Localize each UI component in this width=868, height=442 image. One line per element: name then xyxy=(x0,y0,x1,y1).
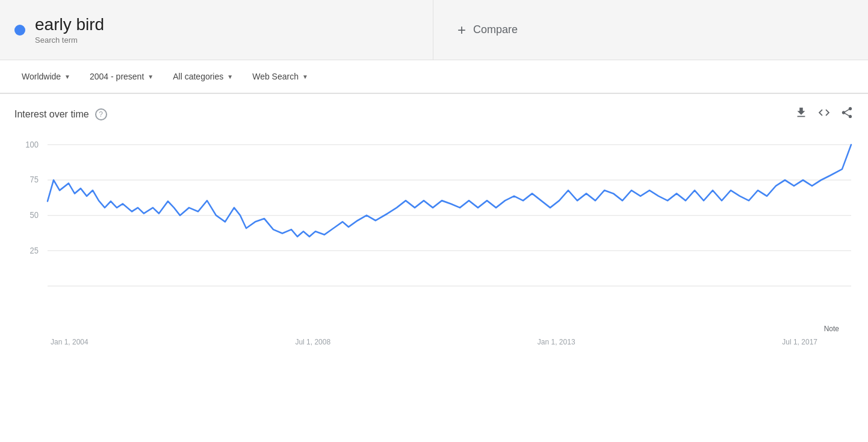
chart-container: 100 75 50 25 xyxy=(14,132,854,325)
header: early bird Search term + Compare xyxy=(0,0,868,60)
x-label-2: Jan 1, 2013 xyxy=(538,338,575,346)
chart-header: Interest over time ? xyxy=(14,106,854,122)
region-chevron-icon: ▼ xyxy=(64,73,70,80)
compare-area[interactable]: + Compare xyxy=(433,22,868,39)
svg-text:25: 25 xyxy=(30,246,39,255)
chart-title: Interest over time xyxy=(14,109,89,120)
trend-chart: 100 75 50 25 xyxy=(14,132,854,325)
help-question-mark: ? xyxy=(99,110,103,119)
x-label-1: Jul 1, 2008 xyxy=(295,338,330,346)
categories-label: All categories xyxy=(173,72,223,81)
search-type-chevron-icon: ▼ xyxy=(302,73,308,80)
chart-actions xyxy=(795,106,854,122)
term-text: early bird Search term xyxy=(35,15,104,45)
compare-label: Compare xyxy=(473,23,518,36)
note-label: Note xyxy=(14,325,854,333)
time-range-label: 2004 - present xyxy=(90,72,144,81)
term-type-label: Search term xyxy=(35,36,78,45)
share-icon[interactable] xyxy=(840,106,854,122)
search-term-title: early bird xyxy=(35,15,104,34)
chart-section: Interest over time ? 10 xyxy=(0,94,868,358)
embed-icon[interactable] xyxy=(817,106,831,122)
x-axis-labels: Jan 1, 2004 Jul 1, 2008 Jan 1, 2013 Jul … xyxy=(14,335,854,346)
svg-text:50: 50 xyxy=(30,211,39,220)
note-text: Note xyxy=(824,325,839,333)
categories-chevron-icon: ▼ xyxy=(227,73,233,80)
download-icon[interactable] xyxy=(795,106,808,122)
trend-line xyxy=(48,145,851,237)
region-label: Worldwide xyxy=(22,72,61,81)
categories-filter[interactable]: All categories ▼ xyxy=(166,68,240,85)
search-type-label: Web Search xyxy=(252,72,299,81)
svg-text:100: 100 xyxy=(25,140,39,149)
x-label-0: Jan 1, 2004 xyxy=(51,338,88,346)
x-label-3: Jul 1, 2017 xyxy=(782,338,817,346)
term-indicator-dot xyxy=(14,25,25,36)
time-range-chevron-icon: ▼ xyxy=(147,73,153,80)
search-term-area: early bird Search term xyxy=(0,0,433,60)
chart-title-area: Interest over time ? xyxy=(14,108,107,120)
svg-text:75: 75 xyxy=(30,175,39,184)
compare-plus-icon: + xyxy=(457,22,466,39)
search-type-filter[interactable]: Web Search ▼ xyxy=(245,68,315,85)
filter-bar: Worldwide ▼ 2004 - present ▼ All categor… xyxy=(0,60,868,94)
time-range-filter[interactable]: 2004 - present ▼ xyxy=(82,68,161,85)
help-icon[interactable]: ? xyxy=(95,108,107,120)
region-filter[interactable]: Worldwide ▼ xyxy=(14,68,78,85)
